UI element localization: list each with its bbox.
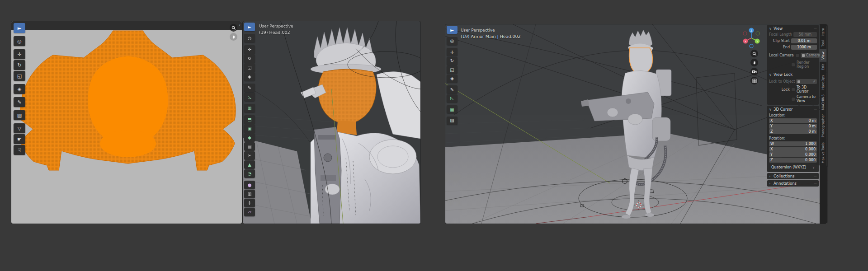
zoom-icon[interactable]: [230, 24, 237, 32]
move-icon: ✛: [17, 51, 21, 57]
axis-neg-y-ball[interactable]: [756, 32, 760, 35]
tool-add-cube-button[interactable]: ▦: [244, 104, 255, 112]
cursor-rotation-y-field[interactable]: Y 0.000: [769, 152, 817, 157]
cursor-icon: ◎: [450, 38, 454, 43]
tool-shrink-fatten-button[interactable]: ⇕: [244, 199, 255, 207]
tool-rotate-button[interactable]: ↻: [14, 60, 25, 70]
chevron-down-icon: ∨: [769, 27, 772, 31]
pan-hand-icon[interactable]: [750, 59, 758, 66]
navigation-gizmo[interactable]: X Y Z: [742, 26, 760, 49]
lock-to-object-field[interactable]: ✐: [796, 79, 817, 84]
tool-select-box-button[interactable]: ►: [244, 23, 255, 31]
tab-edit[interactable]: Edit: [820, 61, 827, 73]
tool-transform-button[interactable]: ◈: [14, 84, 25, 94]
tool-select-box-button[interactable]: ►: [447, 26, 458, 34]
tool-tweak-button[interactable]: ►: [14, 23, 25, 33]
tool-add-cube-button[interactable]: ▦: [447, 105, 458, 113]
active-object-name: (19) Head.002: [259, 29, 293, 35]
tool-annotate-button[interactable]: ✎: [14, 97, 25, 107]
cursor-location-z-field[interactable]: Z 0 m: [769, 129, 817, 134]
cursor-rotation-x-field[interactable]: X 0.000: [769, 147, 817, 152]
tool-rotate-button[interactable]: ↻: [447, 57, 458, 65]
local-camera-checkbox[interactable]: [795, 53, 799, 57]
cursor-location-x-field[interactable]: X 0 m: [769, 118, 817, 123]
axis-neg-x-ball[interactable]: [743, 32, 747, 35]
tool-scale-button[interactable]: ◱: [14, 71, 25, 81]
tool-spin-button[interactable]: ◔: [244, 169, 255, 178]
axis-value: 0 m: [809, 118, 816, 123]
camera-object-name: Camera: [806, 53, 820, 57]
tool-measure-button[interactable]: ◺: [244, 93, 255, 101]
camera-view-icon[interactable]: [750, 68, 758, 75]
tool-edge-slide-button[interactable]: ▥: [244, 190, 255, 198]
tool-grab-button[interactable]: ☛: [14, 134, 25, 144]
view-panel-header[interactable]: ∨ View —: [769, 26, 817, 31]
tool-knife-button[interactable]: ✂: [244, 151, 255, 160]
tool-shear-button[interactable]: ▱: [244, 208, 255, 216]
tool-inset-faces-button[interactable]: ▣: [244, 124, 255, 133]
clip-start-field[interactable]: 0.01 m: [791, 38, 817, 43]
tool-scale-button[interactable]: ◱: [244, 63, 255, 72]
axis-neg-z-ball[interactable]: [750, 44, 753, 48]
pan-hand-icon[interactable]: [230, 33, 237, 41]
tool-scale-button[interactable]: ◱: [447, 65, 458, 74]
zoom-icon[interactable]: [750, 50, 758, 57]
tool-poly-build-button[interactable]: ▲: [244, 160, 255, 169]
camera-data-icon: [802, 54, 805, 57]
tab-view[interactable]: View: [820, 49, 827, 62]
chevron-down-icon: ∨: [769, 73, 772, 77]
tool-move-button[interactable]: ✛: [447, 48, 458, 56]
annotations-title: Annotations: [774, 181, 797, 186]
tool-annotate-button[interactable]: ✎: [447, 85, 458, 93]
tab-photographer[interactable]: Photographer: [820, 112, 827, 140]
rotation-mode-value: Quaternion (WXYZ): [771, 165, 806, 169]
tool-rotate-button[interactable]: ↻: [244, 54, 255, 63]
tool-move-button[interactable]: ✛: [244, 45, 255, 54]
tool-extrude-button[interactable]: ⬒: [244, 115, 255, 124]
uv-canvas[interactable]: [11, 30, 242, 224]
render-region-checkbox[interactable]: [791, 63, 795, 67]
eyedropper-icon[interactable]: ✐: [813, 80, 816, 84]
tool-cursor-button[interactable]: ◎: [447, 37, 458, 45]
clip-end-field[interactable]: 1000 m: [791, 45, 817, 50]
tab-hardops[interactable]: HardOps: [820, 73, 827, 92]
tab-tool[interactable]: Tool: [820, 38, 827, 49]
tab-maxivz-tools[interactable]: Maxivz Tools: [820, 140, 827, 166]
tool-move-button[interactable]: ✛: [14, 49, 25, 59]
back-armor: [377, 71, 420, 139]
collections-panel-header[interactable]: › Collections —: [767, 173, 819, 179]
cursor-3d-panel-header[interactable]: ∨ 3D Cursor —: [769, 107, 817, 112]
tab-machin3[interactable]: MACHIN3: [820, 92, 827, 112]
tool-cursor-button[interactable]: ◎: [244, 34, 255, 42]
panel-grip-icon: —: [814, 182, 817, 185]
axis-value: 0.000: [805, 158, 816, 163]
tool-relax-button[interactable]: ☟: [14, 145, 25, 155]
tool-lasso-button[interactable]: ▽: [14, 123, 25, 133]
perspective-toggle-icon[interactable]: [750, 77, 758, 84]
cursor-location-y-field[interactable]: Y 0 m: [769, 124, 817, 129]
camera-to-view-checkbox[interactable]: [791, 97, 795, 101]
cursor-rotation-z-field[interactable]: Z 0.000: [769, 158, 817, 163]
lock-to-3d-cursor-checkbox[interactable]: [791, 88, 795, 92]
tool-duplicate-button[interactable]: ▨: [447, 117, 458, 125]
viewport-canvas-middle[interactable]: [243, 21, 420, 224]
rotate-icon: ↻: [17, 62, 21, 68]
tool-transform-button[interactable]: ◈: [447, 75, 458, 83]
rotation-mode-dropdown[interactable]: Quaternion (WXYZ) ∨: [769, 164, 817, 170]
tool-transform-button[interactable]: ◈: [244, 72, 255, 81]
tool-measure-button[interactable]: ◺: [447, 94, 458, 103]
annotations-panel-header[interactable]: › Annotations —: [767, 180, 819, 187]
tool-annotate-button[interactable]: ✎: [244, 84, 255, 92]
tool-rip-region-button[interactable]: ▧: [14, 110, 25, 120]
cursor-rotation-w-field[interactable]: W 1.000: [769, 141, 817, 146]
collections-title: Collections: [774, 174, 794, 178]
view-lock-subpanel-header[interactable]: ∨ View Lock: [769, 72, 817, 77]
rifle: [586, 92, 654, 121]
tab-item[interactable]: Item: [820, 26, 827, 38]
tool-cursor-button[interactable]: ◎: [14, 36, 25, 46]
region-collapse-icon[interactable]: ‹: [239, 23, 241, 28]
focal-length-field: 50 mm: [793, 32, 817, 37]
tool-bevel-button[interactable]: ◆: [244, 133, 255, 142]
tool-loop-cut-button[interactable]: ▤: [244, 142, 255, 151]
tool-smooth-button[interactable]: ●: [244, 181, 255, 189]
